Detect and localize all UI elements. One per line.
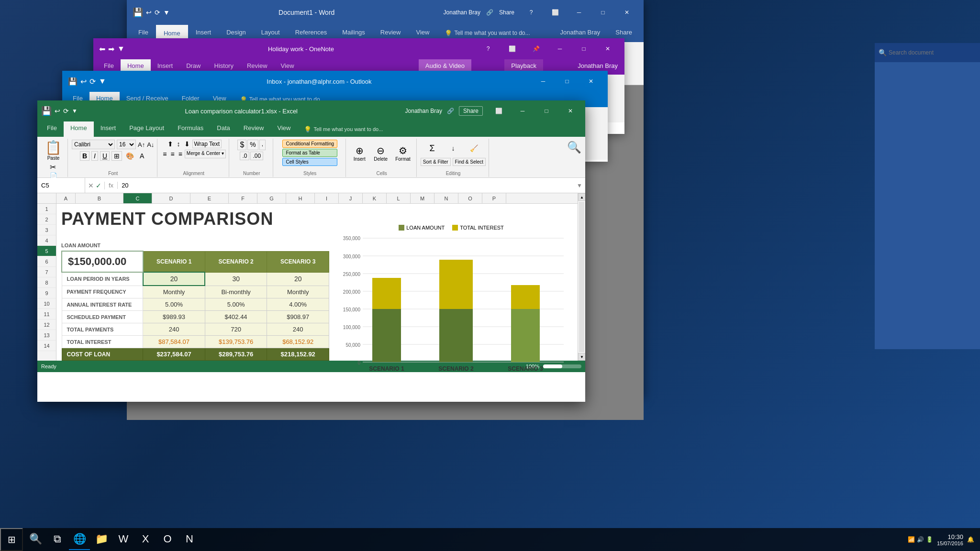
loan-period-s2[interactable]: 30 [205,272,267,286]
align-bottom-btn[interactable]: ⬇ [183,140,191,148]
clear-btn[interactable]: 🧹 [465,140,484,157]
outlook-maximize-btn[interactable]: □ [556,74,578,89]
word-maximize-btn[interactable]: □ [592,5,614,20]
col-header-b[interactable]: B [76,193,123,203]
scenario2-header[interactable]: SCENARIO 2 [205,251,267,272]
start-button[interactable]: ⊞ [0,528,23,551]
excel-tab-formulas[interactable]: Formulas [171,121,210,137]
font-size-select[interactable]: 16 [117,140,136,149]
taskbar-notification-btn[interactable]: 🔔 [967,536,974,543]
excel-tell-me[interactable]: 💡Tell me what you want to do... [297,121,390,137]
total-interest-label[interactable]: TOTAL INTEREST [62,336,143,348]
currency-btn[interactable]: $ [237,140,246,150]
col-header-m[interactable]: M [411,193,434,203]
row-12[interactable]: 12 [37,320,56,330]
find-select-btn[interactable]: Find & Select [453,158,486,166]
word-minimize-btn[interactable]: ─ [568,5,590,20]
merge-center-btn[interactable]: Merge & Center ▾ [185,150,226,158]
fill-color-btn[interactable]: 🎨 [124,152,136,160]
italic-btn[interactable]: I [91,151,98,161]
annual-rate-label[interactable]: ANNUAL INTEREST RATE [62,298,143,311]
taskbar-network-icon[interactable]: 📶 [908,536,915,543]
taskbar-search[interactable]: 🔍 [25,529,46,550]
col-header-p[interactable]: P [482,193,506,203]
row-4[interactable]: 4 [37,235,56,246]
excel-tab-insert[interactable]: Insert [94,121,123,137]
formula-expand-btn[interactable]: ▼ [574,182,585,189]
loan-period-s3[interactable]: 20 [267,272,329,286]
col-header-c[interactable]: C [123,193,152,203]
excel-share-icon[interactable]: 🔗 [447,108,454,114]
word-share[interactable]: Share [499,9,514,16]
payment-freq-s1[interactable]: Monthly [143,286,205,298]
total-payments-s1[interactable]: 240 [143,323,205,336]
word-search-input[interactable] [889,49,976,56]
comma-btn[interactable]: , [259,140,266,150]
excel-tab-view[interactable]: View [270,121,297,137]
scenario3-header[interactable]: SCENARIO 3 [267,251,329,272]
total-interest-s2[interactable]: $139,753.76 [205,336,267,348]
row-6[interactable]: 6 [37,256,56,267]
taskbar-file-explorer[interactable]: 📁 [91,529,112,550]
ribbon-search-btn[interactable]: 🔍 [567,141,581,154]
col-header-j[interactable]: J [339,193,363,203]
col-header-f[interactable]: F [229,193,257,203]
word-close-btn[interactable]: ✕ [616,5,638,20]
row-13[interactable]: 13 [37,330,56,341]
row-3[interactable]: 3 [37,225,56,235]
onenote-audio-video-tab[interactable]: Audio & Video [419,59,471,72]
insert-cells-btn[interactable]: ⊕ Insert [350,142,369,165]
taskbar-clock[interactable]: 10:30 15/07/2016 [937,533,963,546]
scroll-up-btn[interactable]: ▲ [578,193,585,201]
excel-share-btn[interactable]: Share [459,106,483,116]
scheduled-payment-label[interactable]: SCHEDULED PAYMENT [62,311,143,323]
scenario1-header[interactable]: SCENARIO 1 [143,251,205,272]
vertical-scrollbar[interactable]: ▲ ▼ [578,193,585,361]
annual-rate-s1[interactable]: 5.00% [143,298,205,311]
cell-styles-btn[interactable]: Cell Styles [282,158,337,166]
word-ribbon-btn[interactable]: ⬜ [544,5,566,20]
word-help-btn[interactable]: ? [520,5,542,20]
border-btn[interactable]: ⊞ [111,151,122,161]
cost-of-loan-s2[interactable]: $289,753.76 [205,348,267,361]
total-interest-s3[interactable]: $68,152.92 [267,336,329,348]
total-payments-label[interactable]: TOTAL PAYMENTS [62,323,143,336]
font-color-btn[interactable]: A [138,152,146,160]
cost-of-loan-s1[interactable]: $237,584.07 [143,348,205,361]
outlook-minimize-btn[interactable]: ─ [532,74,554,89]
row-1[interactable]: 1 [37,204,56,214]
excel-tab-home[interactable]: Home [64,121,94,137]
scheduled-payment-s1[interactable]: $989.93 [143,311,205,323]
col-header-g[interactable]: G [257,193,286,203]
align-center-btn[interactable]: ≡ [169,150,176,158]
underline-btn[interactable]: U [100,151,110,161]
sort-filter-btn[interactable]: Sort & Filter [421,158,451,166]
taskbar-task-view[interactable]: ⧉ [47,529,68,550]
percent-btn[interactable]: % [247,140,258,150]
taskbar-battery-icon[interactable]: 🔋 [926,536,933,543]
cell-reference-input[interactable] [37,178,85,193]
payment-freq-label[interactable]: PAYMENT FREQUENCY [62,286,143,298]
excel-tab-review[interactable]: Review [237,121,271,137]
scroll-thumb[interactable] [579,202,584,352]
annual-rate-s2[interactable]: 5.00% [205,298,267,311]
taskbar-excel[interactable]: X [135,529,156,550]
total-interest-s1[interactable]: $87,584.07 [143,336,205,348]
onenote-pin-btn[interactable]: 📌 [525,41,547,56]
row-5[interactable]: 5 [37,246,56,256]
row-10[interactable]: 10 [37,298,56,309]
col-header-i[interactable]: I [315,193,339,203]
excel-close-btn[interactable]: ✕ [559,103,581,119]
annual-rate-s3[interactable]: 4.00% [267,298,329,311]
align-middle-btn[interactable]: ↕ [176,140,182,148]
loan-amount-value-cell[interactable]: $150,000.00 [62,251,143,272]
taskbar-volume-icon[interactable]: 🔊 [917,536,924,543]
taskbar-edge[interactable]: 🌐 [69,529,90,550]
excel-maximize-btn[interactable]: □ [535,103,557,119]
taskbar-outlook[interactable]: O [157,529,178,550]
onenote-minimize-btn[interactable]: ─ [549,41,571,56]
font-name-select[interactable]: Calibri [72,140,115,149]
loan-period-label[interactable]: LOAN PERIOD IN YEARS [62,272,143,286]
excel-tab-page-layout[interactable]: Page Layout [122,121,171,137]
cost-of-loan-s3[interactable]: $218,152.92 [267,348,329,361]
